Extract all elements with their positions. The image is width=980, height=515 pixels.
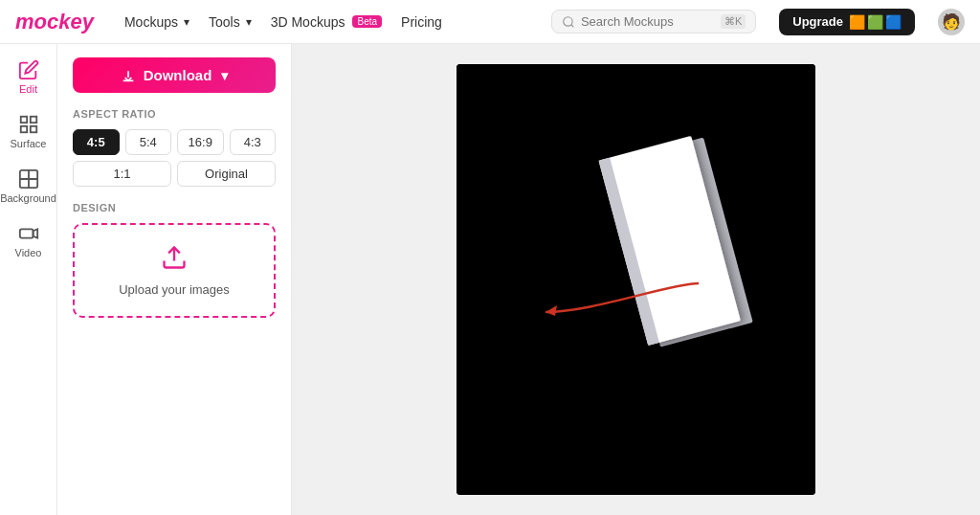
- ratio-btn-5-4[interactable]: 5:4: [125, 129, 172, 155]
- dropdown-icon: ▾: [221, 68, 228, 83]
- icon-sidebar: Edit Surface Background Video: [0, 44, 57, 515]
- design-section-label: DESIGN: [73, 202, 276, 213]
- ratio-grid-row1: 4:5 5:4 16:9 4:3: [73, 129, 276, 155]
- nav-mockups[interactable]: Mockups ▾: [124, 14, 189, 30]
- surface-icon: [18, 114, 39, 135]
- search-shortcut: ⌘K: [721, 14, 746, 29]
- search-bar[interactable]: ⌘K: [551, 10, 756, 34]
- brand-logo: mockey: [15, 10, 94, 34]
- tools-panel: Download ▾ ASPECT RATIO 4:5 5:4 16:9 4:3…: [57, 44, 292, 515]
- video-icon: [18, 223, 39, 244]
- main-layout: Edit Surface Background Video: [0, 44, 980, 515]
- svg-rect-3: [20, 126, 26, 132]
- search-input[interactable]: [581, 14, 715, 29]
- emoji-blue: 🟦: [885, 14, 902, 30]
- sidebar-item-surface[interactable]: Surface: [5, 106, 53, 157]
- ratio-btn-1-1[interactable]: 1:1: [73, 161, 171, 187]
- download-button[interactable]: Download ▾: [73, 57, 276, 93]
- emoji-orange: 🟧: [849, 14, 865, 30]
- sidebar-item-video-label: Video: [15, 247, 42, 258]
- ratio-btn-4-5[interactable]: 4:5: [73, 129, 120, 155]
- mockup-canvas: [457, 64, 815, 495]
- avatar[interactable]: 🧑: [938, 9, 965, 35]
- svg-point-0: [564, 16, 572, 25]
- emoji-green: 🟩: [867, 14, 883, 30]
- upload-area[interactable]: Upload your images: [73, 223, 276, 318]
- canvas-area: [292, 44, 980, 515]
- ratio-grid-row2: 1:1 Original: [73, 161, 276, 187]
- upgrade-icons: 🟧 🟩 🟦: [849, 14, 902, 30]
- sidebar-item-edit-label: Edit: [19, 83, 37, 95]
- sidebar-item-surface-label: Surface: [11, 138, 47, 149]
- navbar: mockey Mockups ▾ Tools ▾ 3D Mockups Beta…: [0, 0, 980, 44]
- search-icon: [562, 15, 575, 29]
- svg-rect-2: [30, 117, 35, 123]
- nav-tools[interactable]: Tools ▾: [209, 14, 252, 30]
- sidebar-item-edit[interactable]: Edit: [5, 52, 53, 102]
- ratio-btn-original[interactable]: Original: [177, 161, 276, 187]
- nav-pricing[interactable]: Pricing: [401, 14, 442, 30]
- upload-label: Upload your images: [94, 282, 255, 297]
- upload-icon: [94, 244, 255, 275]
- sidebar-item-background-label: Background: [0, 192, 56, 204]
- download-icon: [121, 68, 136, 83]
- chevron-down-icon: ▾: [246, 15, 252, 29]
- background-icon: [18, 168, 39, 190]
- svg-rect-6: [19, 229, 33, 237]
- beta-badge: Beta: [352, 15, 382, 28]
- edit-icon: [18, 59, 39, 80]
- sidebar-item-video[interactable]: Video: [5, 215, 53, 266]
- ratio-btn-16-9[interactable]: 16:9: [177, 129, 224, 155]
- ratio-btn-4-3[interactable]: 4:3: [230, 129, 277, 155]
- aspect-ratio-section-label: ASPECT RATIO: [73, 108, 276, 120]
- sidebar-item-background[interactable]: Background: [5, 161, 53, 212]
- svg-rect-4: [30, 126, 35, 132]
- upgrade-button[interactable]: Upgrade 🟧 🟩 🟦: [779, 9, 915, 35]
- nav-3d-mockups[interactable]: 3D Mockups Beta: [271, 14, 382, 30]
- chevron-down-icon: ▾: [184, 15, 189, 29]
- svg-rect-1: [20, 117, 26, 123]
- nav-links: Mockups ▾ Tools ▾ 3D Mockups Beta Pricin…: [124, 14, 528, 30]
- book-mockup-svg: [457, 64, 815, 495]
